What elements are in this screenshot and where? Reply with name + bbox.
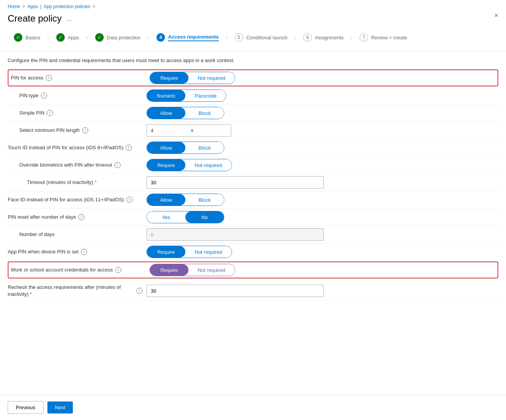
info-icon-pin-type[interactable]: i (41, 93, 47, 99)
toggle-no-pin-reset[interactable]: No (185, 211, 224, 223)
step-access-requirements[interactable]: 4 Access requirements (150, 30, 225, 45)
step-access-requirements-label: Access requirements (168, 34, 219, 41)
toggle-allow-touch-id[interactable]: Allow (147, 142, 185, 153)
info-icon-simple-pin[interactable]: i (47, 110, 53, 116)
info-icon-face-id[interactable]: i (126, 197, 133, 203)
setting-control-simple-pin: Allow Block (146, 107, 498, 119)
step-basics[interactable]: ✓ Basics (8, 30, 46, 45)
setting-label-timeout: Timeout (minutes of inactivity) * (8, 179, 146, 186)
step-sep-1: › (47, 34, 49, 41)
timeout-input[interactable] (146, 176, 324, 189)
setting-label-simple-pin: Simple PIN i (8, 110, 146, 116)
setting-row-simple-pin: Simple PIN i Allow Block (8, 105, 498, 122)
setting-control-work-credentials: Require Not required (150, 264, 495, 276)
bottom-bar: Previous Next (0, 395, 506, 420)
toggle-group-override-biometrics: Require Not required (146, 159, 232, 171)
step-sep-6: › (351, 34, 353, 41)
setting-label-app-pin-device: App PIN when device PIN is set i (8, 248, 146, 255)
toggle-allow-simple-pin[interactable]: Allow (147, 107, 185, 119)
step-apps-icon: ✓ (56, 33, 65, 42)
step-basics-label: Basics (25, 35, 40, 40)
setting-row-pin-type: PIN type i Numeric Passcode (8, 87, 498, 105)
breadcrumb-sep3: > (92, 4, 95, 9)
page-title-row: Create policy ... × (0, 12, 506, 30)
setting-row-touch-id: Touch ID instead of PIN for access (iOS … (8, 139, 498, 157)
toggle-block-touch-id[interactable]: Block (185, 142, 224, 153)
toggle-not-required-override-biometrics[interactable]: Not required (185, 159, 232, 171)
toggle-group-pin-for-access: Require Not required (150, 72, 235, 84)
dropdown-arrow-min-pin-length: ∨ (190, 128, 227, 133)
step-access-requirements-icon: 4 (156, 33, 165, 42)
info-icon-app-pin-device[interactable]: i (81, 249, 87, 255)
breadcrumb-home[interactable]: Home (8, 4, 20, 9)
step-review-create[interactable]: 7 Review + create (353, 30, 414, 45)
step-data-protection-label: Data protection (107, 35, 141, 40)
toggle-yes-pin-reset[interactable]: Yes (147, 211, 185, 223)
step-data-protection[interactable]: ✓ Data protection (89, 30, 147, 45)
toggle-require-override-biometrics[interactable]: Require (147, 159, 185, 171)
toggle-require-app-pin-device[interactable]: Require (147, 246, 185, 258)
toggle-block-simple-pin[interactable]: Block (185, 107, 224, 119)
toggle-group-work-credentials: Require Not required (150, 264, 235, 276)
toggle-allow-face-id[interactable]: Allow (147, 194, 185, 206)
breadcrumb-apps[interactable]: Apps (27, 4, 38, 9)
step-data-protection-icon: ✓ (95, 33, 104, 42)
toggle-group-app-pin-device: Require Not required (146, 246, 232, 258)
setting-label-touch-id: Touch ID instead of PIN for access (iOS … (8, 144, 146, 151)
toggle-block-face-id[interactable]: Block (185, 194, 224, 206)
step-sep-4: › (226, 34, 228, 41)
step-basics-icon: ✓ (14, 33, 22, 42)
recheck-access-input[interactable] (146, 285, 324, 297)
toggle-group-pin-type: Numeric Passcode (146, 89, 226, 102)
page-title: Create policy (8, 13, 62, 24)
info-icon-recheck-access[interactable]: i (136, 288, 143, 294)
setting-control-recheck-access (146, 285, 498, 297)
setting-row-min-pin-length: Select minimum PIN length i 4 ∨ (8, 122, 498, 139)
info-icon-override-biometrics[interactable]: i (114, 162, 121, 168)
step-apps[interactable]: ✓ Apps (50, 30, 86, 45)
setting-row-work-credentials: Work or school account credentials for a… (8, 261, 498, 278)
setting-label-pin-reset: PIN reset after number of days i (8, 214, 146, 221)
dropdown-min-pin-length[interactable]: 4 ∨ (146, 124, 231, 137)
setting-label-work-credentials: Work or school account credentials for a… (11, 267, 150, 273)
info-icon-pin-for-access[interactable]: i (46, 75, 52, 81)
toggle-passcode-pin-type[interactable]: Passcode (185, 90, 226, 101)
next-button[interactable]: Next (47, 401, 73, 413)
step-assignments-label: Assignments (315, 35, 343, 40)
info-icon-touch-id[interactable]: i (126, 145, 132, 151)
toggle-not-required-pin-for-access[interactable]: Not required (188, 72, 235, 84)
setting-label-number-of-days: Number of days (8, 231, 146, 238)
setting-row-app-pin-device: App PIN when device PIN is set i Require… (8, 243, 498, 261)
toggle-numeric-pin-type[interactable]: Numeric (147, 90, 185, 101)
step-conditional-launch-icon: 5 (235, 33, 243, 42)
step-conditional-launch[interactable]: 5 Conditional launch (229, 30, 294, 45)
toggle-not-required-work-credentials[interactable]: Not required (188, 264, 235, 276)
info-icon-pin-reset[interactable]: i (78, 214, 84, 220)
setting-row-number-of-days: Number of days (8, 226, 498, 243)
number-of-days-input (146, 228, 324, 241)
info-icon-min-pin-length[interactable]: i (82, 127, 88, 133)
step-assignments[interactable]: 6 Assignments (297, 30, 350, 45)
setting-control-number-of-days (146, 228, 498, 241)
close-button[interactable]: × (494, 12, 498, 20)
toggle-require-work-credentials[interactable]: Require (150, 264, 188, 276)
toggle-group-pin-reset: Yes No (146, 211, 224, 223)
setting-row-override-biometrics: Override biometrics with PIN after timeo… (8, 157, 498, 174)
setting-control-pin-for-access: Require Not required (150, 72, 495, 84)
settings-table: PIN for access i Require Not required PI… (8, 69, 498, 300)
page-wrapper: Home > Apps | App protection policies > … (0, 0, 506, 420)
setting-control-override-biometrics: Require Not required (146, 159, 498, 171)
setting-control-touch-id: Allow Block (146, 142, 498, 154)
toggle-not-required-app-pin-device[interactable]: Not required (185, 246, 232, 258)
breadcrumb-sep2: | (40, 4, 41, 9)
setting-row-pin-reset: PIN reset after number of days i Yes No (8, 209, 498, 226)
previous-button[interactable]: Previous (8, 401, 44, 414)
breadcrumb-app-protection[interactable]: App protection policies (44, 4, 91, 9)
setting-control-face-id: Allow Block (146, 194, 498, 206)
page-title-ellipsis[interactable]: ... (66, 15, 72, 23)
toggle-require-pin-for-access[interactable]: Require (150, 72, 188, 84)
toggle-group-simple-pin: Allow Block (146, 107, 224, 119)
setting-label-pin-type: PIN type i (8, 92, 146, 99)
step-conditional-launch-label: Conditional launch (246, 35, 287, 40)
info-icon-work-credentials[interactable]: i (115, 267, 121, 273)
